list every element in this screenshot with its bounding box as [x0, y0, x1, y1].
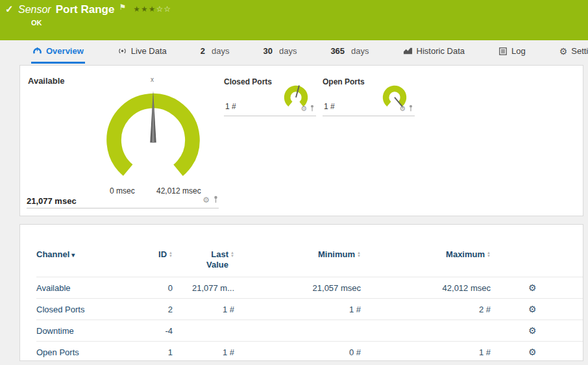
column-header-channel[interactable]: Channel▾	[36, 249, 140, 259]
column-header-label: Channel	[36, 249, 69, 259]
channel-maximum: 2 #	[361, 305, 491, 314]
channel-settings-icon[interactable]: ⚙	[528, 347, 537, 357]
gauge-icon	[32, 46, 42, 56]
tab-label: Live Data	[131, 46, 167, 56]
tab-label: Settings	[571, 46, 588, 56]
object-kind-label: Sensor	[18, 4, 51, 16]
tab-historic-data[interactable]: Historic Data	[402, 40, 466, 64]
available-gauge-block: Available x 0 msec 42,012 msec 21,077 ms…	[27, 75, 221, 208]
table-row-closed-ports: Closed Ports 2 1 # 1 # 2 # ⚙	[36, 298, 583, 320]
channels-table: Channel▾ ID▲▼ Last Value▲▼ Minimum▲▼ Max…	[36, 245, 583, 362]
column-header-label: Last Value	[195, 249, 228, 271]
sort-arrows-icon[interactable]: ▲▼	[169, 251, 173, 258]
channel-name-link[interactable]: Closed Ports	[36, 305, 140, 314]
tab-30-days[interactable]: 30days	[262, 40, 298, 64]
tab-unit: days	[212, 46, 229, 56]
channel-minimum: 21,057 msec	[234, 283, 361, 293]
sensor-title-row: Sensor Port Range ⚑ ★★★☆☆	[18, 3, 171, 16]
live-data-icon	[117, 46, 127, 56]
tab-label: Log	[511, 46, 526, 56]
chart-icon	[403, 46, 413, 56]
channel-last-value: 21,077 m...	[173, 283, 234, 293]
pin-icon[interactable]	[310, 103, 315, 114]
gauge-title: Available	[28, 76, 65, 86]
closed-ports-gauge-block: Closed Ports 1 # ⚙	[224, 77, 316, 116]
channel-id: 1	[140, 347, 173, 357]
open-ports-gauge-block: Open Ports 1 # ⚙	[323, 77, 415, 116]
channel-id: -4	[140, 326, 173, 336]
channels-table-panel: Channel▾ ID▲▼ Last Value▲▼ Minimum▲▼ Max…	[19, 224, 583, 361]
sort-arrows-icon[interactable]: ▲▼	[357, 251, 361, 258]
gauge-settings-icon[interactable]: ⚙	[300, 105, 307, 112]
gauge-footer-icons: ⚙	[300, 103, 315, 114]
column-header-label: Maximum	[446, 249, 485, 259]
tab-unit: days	[279, 46, 297, 56]
gauge-title: Open Ports	[323, 77, 365, 86]
priority-stars-empty: ☆☆	[156, 5, 171, 14]
tab-label: Historic Data	[417, 46, 465, 56]
column-header-maximum[interactable]: Maximum▲▼	[361, 249, 491, 259]
channel-settings-icon[interactable]: ⚙	[528, 304, 537, 314]
channel-last-value: 1 #	[173, 347, 234, 357]
channel-name-link[interactable]: Open Ports	[36, 347, 140, 357]
channel-settings-icon[interactable]: ⚙	[528, 283, 537, 293]
channel-maximum: 42,012 msec	[361, 283, 491, 293]
column-header-label: ID	[158, 249, 167, 259]
tab-overview[interactable]: Overview	[31, 40, 85, 64]
tab-number: 30	[263, 46, 272, 56]
table-header-row: Channel▾ ID▲▼ Last Value▲▼ Minimum▲▼ Max…	[36, 245, 583, 277]
sensor-title: Port Range	[56, 3, 115, 16]
tab-number: 2	[201, 46, 205, 56]
sort-arrows-icon[interactable]: ▲▼	[487, 251, 491, 258]
sort-caret-icon: ▾	[71, 251, 75, 258]
status-check-icon: ✓	[5, 3, 14, 15]
tab-label: Overview	[46, 46, 84, 56]
tab-unit: days	[351, 46, 369, 56]
column-header-minimum[interactable]: Minimum▲▼	[234, 249, 361, 259]
channel-name-link[interactable]: Downtime	[36, 326, 140, 336]
tab-2-days[interactable]: 2days	[199, 40, 231, 64]
table-row-open-ports: Open Ports 1 1 # 0 # 1 # ⚙	[36, 341, 583, 362]
sensor-header: ✓ Sensor Port Range ⚑ ★★★☆☆ OK	[0, 0, 588, 40]
channel-settings-icon[interactable]: ⚙	[528, 325, 537, 336]
table-row-downtime: Downtime -4 ⚙	[36, 320, 583, 341]
channel-last-value: 1 #	[173, 305, 234, 314]
column-header-id[interactable]: ID▲▼	[140, 249, 173, 259]
log-icon	[498, 47, 508, 56]
column-header-label: Minimum	[318, 249, 355, 259]
priority-stars[interactable]: ★★★☆☆	[133, 5, 171, 14]
channel-id: 0	[140, 283, 173, 293]
gauge-value: 1 #	[324, 102, 335, 111]
tab-log[interactable]: Log	[497, 40, 527, 64]
channel-name-link[interactable]: Available	[36, 283, 140, 293]
prtg-sensor-page: ✓ Sensor Port Range ⚑ ★★★☆☆ OK Overview …	[0, 0, 588, 365]
overview-gauges-panel: Available x 0 msec 42,012 msec 21,077 ms…	[19, 65, 583, 216]
channel-id: 2	[140, 305, 173, 314]
tab-365-days[interactable]: 365days	[329, 40, 370, 64]
gauge-footer: 21,077 msec ⚙	[27, 193, 219, 208]
gauge-footer-icons: ⚙	[399, 103, 413, 114]
gauge-value: 1 #	[225, 102, 236, 111]
sort-arrows-icon[interactable]: ▲▼	[230, 251, 234, 258]
tab-settings[interactable]: ⚙ Settings	[558, 40, 588, 64]
sensor-status: OK	[31, 19, 42, 27]
channel-minimum: 0 #	[234, 347, 361, 357]
tab-live-data[interactable]: Live Data	[116, 40, 168, 64]
gauge-footer-icons: ⚙	[202, 194, 219, 206]
pin-icon[interactable]	[408, 103, 413, 114]
gear-icon: ⚙	[559, 47, 568, 56]
table-row-available: Available 0 21,077 m... 21,057 msec 42,0…	[36, 277, 583, 298]
channel-minimum: 1 #	[234, 305, 361, 314]
flag-icon[interactable]: ⚑	[119, 3, 126, 12]
gauge-settings-icon[interactable]: ⚙	[202, 196, 210, 204]
gauge-settings-icon[interactable]: ⚙	[399, 105, 406, 112]
available-gauge	[98, 81, 208, 192]
pin-icon[interactable]	[213, 194, 219, 206]
tab-number: 365	[330, 46, 345, 56]
priority-stars-filled: ★★★	[133, 5, 156, 14]
gauge-title: Closed Ports	[224, 77, 272, 86]
column-header-last-value[interactable]: Last Value▲▼	[173, 249, 234, 271]
channel-maximum: 1 #	[361, 347, 491, 357]
tab-bar: Overview Live Data 2days 30days 365days …	[0, 40, 588, 64]
gauge-value: 21,077 msec	[27, 196, 77, 206]
